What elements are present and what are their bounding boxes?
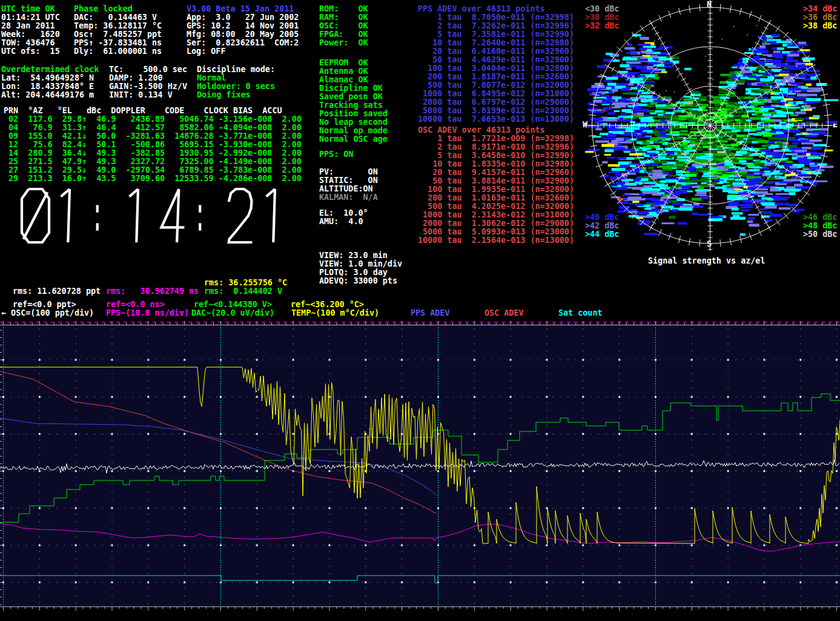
trace-label-sat-count: Sat count — [558, 309, 603, 317]
gps-tow: TOW: 436476 — [1, 39, 55, 47]
almanac-status: Almanac OK — [319, 76, 368, 84]
pps-adev-row: 5 tau 7.3581e-011 (n=32990) — [418, 30, 574, 39]
scale-osc: ← OSC=(100 ppt/div) — [1, 309, 94, 317]
view-span: VIEW: 23.0 min — [319, 251, 388, 260]
discipline-ok: Discipline OK — [319, 84, 383, 93]
view-scale: VIEW: 1.0 min/div — [319, 260, 402, 268]
osc-value: Osc↑ 7.485257 ppt — [74, 30, 162, 39]
saved-posn: Saved posn OK — [319, 93, 383, 101]
osc-adev-row: 50 tau 3.8814e-011 (n=32900) — [418, 177, 574, 185]
pps-adev-row: 1 tau 8.7050e-011 (n=32998) — [418, 13, 574, 22]
sat-row: 29 213.3 16.0↑ 43.5 3709.60 12533.59 -4.… — [4, 174, 302, 183]
mfg-date: Mfg: 08:00 20 May 2005 — [187, 30, 299, 39]
holdover: Holdover: 0 secs — [197, 82, 275, 91]
static-status: STATIC: ON — [319, 176, 378, 185]
sat-row: 09 155.0 42.1↓ 50.0 -3281.63 14876.28 -3… — [4, 132, 302, 141]
altitude: Alt: 204.46449176 m — [1, 91, 94, 99]
antenna-status: Antenna OK — [319, 67, 368, 76]
plot-queue: PLOTQ: 3.0 day — [319, 268, 388, 277]
big-clock — [18, 185, 309, 252]
ref-dac: ref~<0.144380 V> — [194, 301, 272, 309]
discipline-status: Phase locked — [74, 5, 133, 13]
pps-adev-row: 10 tau 7.2640e-011 (n=32980) — [418, 39, 574, 47]
pps-adev-row: 20 tau 6.4160e-011 (n=32960) — [418, 47, 574, 56]
pps-adev-row: 200 tau 1.8187e-011 (n=32600) — [418, 73, 574, 81]
el-mask: EL: 10.0° — [319, 209, 368, 218]
fpga-status: FPGA: OK — [319, 30, 368, 39]
eeprom-status: EEPROM OK — [319, 59, 368, 67]
pv-status: PV: ON — [319, 168, 378, 176]
pps-enable: PPS: ON — [319, 150, 353, 159]
damp-value: DAMP: 1.200 — [109, 74, 163, 82]
ram-status: RAM: OK — [319, 13, 368, 22]
signal-strength-polar-plot — [581, 0, 840, 274]
pps-adev-row: 1000 tau 6.8495e-012 (n=31000) — [418, 90, 574, 98]
lady-heather-screen: UTC time OK01:14:21 UTC28 Jan 2011Week: … — [0, 0, 840, 621]
discipline-mode: Normal — [197, 74, 226, 82]
pps-adev-row: 500 tau 7.8077e-012 (n=32000) — [418, 81, 574, 90]
kalman-status: KALMAN: N/A — [319, 193, 378, 202]
scale-dac: DAC~(20.0 uV/div) — [191, 309, 274, 317]
rms-pps: rms: 36.962749 ns — [106, 287, 199, 296]
gain-value: GAIN:-3.500 Hz/V — [109, 82, 187, 91]
ref-pps: ref=<0.0 ns> — [106, 301, 165, 309]
osc-adev-row: 10000 tau 2.1564e-013 (n=13000) — [418, 236, 574, 245]
dac-value: DAC: 0.144463 V — [74, 13, 157, 22]
osc-adev-row: 200 tau 1.0163e-011 (n=32600) — [418, 194, 574, 202]
rms-temp: rms: 36.255756 °C — [204, 279, 287, 287]
sat-table-header: PRN °AZ °EL dBc DOPPLER CODE CLOCK BIAS … — [4, 107, 282, 115]
fix-status: Doing fixes — [197, 91, 251, 99]
ref-osc: ref=<0.0 ppt> — [13, 301, 76, 309]
tc-value: TC: 500.0 sec — [109, 65, 187, 74]
utc-offset: UTC ofs: 15 — [1, 47, 60, 56]
serial-number: Ser: 0.82362611 COM:2 — [187, 39, 299, 47]
pps-adev-row: 5000 tau 3.8199e-012 (n=23000) — [418, 107, 574, 115]
osc-adev-row: 100 tau 1.9935e-011 (n=32800) — [418, 185, 574, 194]
pps-adev-row: 10000 tau 7.6653e-013 (n=13000) — [418, 115, 574, 124]
osc-adev-row: 2000 tau 1.3062e-012 (n=29000) — [418, 219, 574, 228]
utc-time: 01:14:21 UTC — [1, 13, 60, 22]
adev-queue: ADEVQ: 33000 pts — [319, 277, 397, 285]
discipline-mode-label: Discipline mode: — [197, 65, 275, 74]
leap-second: No leap second — [319, 118, 388, 127]
pps-value: PPS↑ -37.833481 ns — [74, 39, 162, 47]
rms-osc: rms: 11.620728 ppt — [13, 287, 101, 296]
osc-age: Normal OSC age — [319, 135, 388, 144]
tracking-sats: Tracking sats — [319, 101, 383, 110]
sat-row: 02 117.6 29.8↑ 46.9 2436.89 5046.74 -3.1… — [4, 115, 302, 124]
amu-mask: AMU: 4.0 — [319, 218, 363, 226]
trace-label-pps-adev: PPS ADEV — [411, 309, 450, 317]
pps-adev-row: 2000 tau 6.6797e-012 (n=29000) — [418, 98, 574, 107]
osc-adev-row: 1000 tau 2.3143e-012 (n=31000) — [418, 211, 574, 219]
pps-adev-row: 2 tau 7.3262e-011 (n=32996) — [418, 22, 574, 30]
position-saved: Position saved — [319, 110, 388, 118]
osc-adev-row: 5000 tau 5.0993e-013 (n=23000) — [418, 228, 574, 236]
gps-version: GPS: 10.2 14 Nov 2001 — [187, 22, 299, 30]
ref-temp: ref~<36.200 °C> — [291, 301, 364, 309]
osc-status: OSC: OK — [319, 22, 368, 30]
osc-adev-row: 2 tau 8.9171e-010 (n=32996) — [418, 143, 574, 151]
longitude: Lon: 18.4337848° E — [1, 82, 94, 91]
trace-label-osc-adev: OSC ADEV — [484, 309, 524, 317]
power-status: Power: OK — [319, 39, 368, 47]
pps-adev-row: 100 tau 3.0404e-011 (n=32800) — [418, 64, 574, 73]
osc-adev-row: 5 tau 3.6458e-010 (n=32990) — [418, 151, 574, 160]
rom-status: ROM: OK — [319, 5, 368, 13]
utc-date: 28 Jan 2011 — [1, 22, 55, 30]
temp-value: Temp: 36.128117 °C — [74, 22, 162, 30]
sat-row: 12 75.6 82.4↓ 50.1 -500.86 5695.15 -3.93… — [4, 141, 302, 149]
pps-adev-row: 50 tau 4.4629e-011 (n=32900) — [418, 56, 574, 64]
sat-row: 04 76.9 31.3↑ 46.4 412.57 8582.06 -4.094… — [4, 124, 302, 132]
log-status: Log: OFF — [187, 47, 226, 56]
history-strip-chart — [0, 320, 840, 621]
gps-week: Week: 1620 — [1, 30, 60, 39]
dly-value: Dly: 61.000001 ns — [74, 47, 162, 56]
sat-row: 25 271.5 47.9↑ 49.3 2327.72 7325.00 -4.1… — [4, 158, 302, 166]
scale-temp: TEMP~(100 m°C/div) — [291, 309, 379, 317]
osc-adev-row: 20 tau 9.4157e-011 (n=32960) — [418, 168, 574, 177]
receiver-mode: Overdetermined clock — [1, 65, 99, 74]
sat-row: 14 280.9 36.4↓ 49.3 -382.85 1930.95 -2.9… — [4, 149, 302, 158]
init-value: INIT: 0.134 V — [109, 91, 173, 99]
osc-adev-header: OSC ADEV over 46313 points — [418, 126, 545, 134]
op-mode: Normal op mode — [319, 127, 388, 135]
